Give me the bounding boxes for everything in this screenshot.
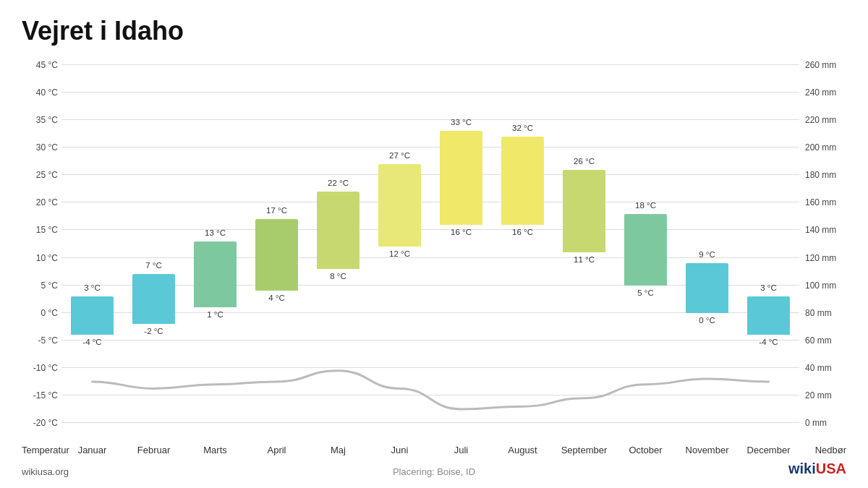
bar-high-label: 9 °C — [676, 250, 738, 259]
temp-bar — [440, 131, 483, 224]
bar-high-label: 33 °C — [430, 118, 492, 127]
y-label-right: 160 mm — [805, 197, 836, 207]
month-col: 17 °C4 °C — [246, 65, 307, 423]
temp-bar — [747, 296, 791, 335]
temp-bar — [501, 137, 545, 225]
y-label-left: 40 °C — [36, 87, 58, 98]
x-month-label: September — [553, 445, 615, 455]
bar-high-label: 3 °C — [61, 283, 123, 292]
y-label-left: -20 °C — [33, 418, 58, 428]
x-month-label: November — [676, 445, 738, 455]
bar-low-label: 12 °C — [369, 249, 430, 258]
bar-low-label: -4 °C — [738, 338, 799, 346]
y-label-left: -10 °C — [33, 363, 58, 373]
y-label-right: 20 mm — [805, 390, 832, 401]
month-col: 33 °C16 °C — [430, 65, 492, 423]
bar-low-label: 11 °C — [553, 255, 615, 264]
plot-area: 3 °C-4 °C7 °C-2 °C13 °C1 °C17 °C4 °C22 °… — [61, 65, 799, 423]
bar-high-label: 32 °C — [492, 124, 553, 132]
month-col: 26 °C11 °C — [553, 65, 615, 423]
x-month-label: Februar — [123, 445, 184, 455]
chart-area: 45 °C40 °C35 °C30 °C25 °C20 °C15 °C10 °C… — [22, 65, 846, 423]
y-label-right: 220 mm — [805, 115, 836, 125]
bar-high-label: 13 °C — [184, 228, 246, 237]
y-label-right: 80 mm — [805, 308, 832, 318]
temp-bar — [563, 170, 606, 252]
y-label-right: 180 mm — [805, 170, 836, 180]
y-label-right: 260 mm — [805, 60, 836, 70]
y-label-left: 20 °C — [36, 197, 58, 207]
bar-high-label: 3 °C — [738, 283, 799, 292]
y-label-right: 140 mm — [805, 225, 836, 235]
x-axis-label-right: Nedbør — [815, 445, 846, 455]
month-col: 7 °C-2 °C — [123, 65, 184, 423]
y-label-right: 0 mm — [805, 418, 827, 428]
bar-high-label: 7 °C — [123, 261, 184, 270]
month-col: 9 °C0 °C — [676, 65, 738, 423]
temp-bar — [71, 296, 114, 335]
bar-high-label: 17 °C — [246, 206, 307, 215]
x-month-label: Maj — [307, 445, 369, 455]
y-label-left: 5 °C — [41, 281, 58, 291]
bar-low-label: 8 °C — [307, 272, 369, 281]
y-label-left: 45 °C — [36, 60, 58, 70]
month-col: 18 °C5 °C — [615, 65, 676, 423]
month-col: 3 °C-4 °C — [61, 65, 123, 423]
bar-low-label: 1 °C — [184, 310, 246, 319]
temp-bar — [132, 274, 176, 324]
x-month-label: October — [615, 445, 676, 455]
bar-low-label: 0 °C — [676, 316, 738, 325]
page-title: Vejret i Idaho — [22, 16, 184, 46]
footer-center: Placering: Boise, ID — [393, 466, 475, 477]
x-axis: JanuarFebruarMartsAprilMajJuniJuliAugust… — [61, 445, 799, 455]
y-label-left: 0 °C — [41, 308, 58, 318]
x-month-label: August — [492, 445, 553, 455]
y-label-right: 60 mm — [805, 335, 832, 346]
y-label-right: 40 mm — [805, 363, 832, 373]
bar-low-label: 16 °C — [430, 228, 492, 236]
y-label-left: 25 °C — [36, 170, 58, 180]
bar-low-label: -4 °C — [61, 338, 123, 346]
y-axis-left: 45 °C40 °C35 °C30 °C25 °C20 °C15 °C10 °C… — [22, 65, 61, 423]
y-label-left: -15 °C — [33, 390, 58, 401]
y-label-left: 35 °C — [36, 115, 58, 125]
bar-low-label: 16 °C — [492, 228, 553, 236]
bar-low-label: 4 °C — [246, 294, 307, 302]
bar-high-label: 27 °C — [369, 151, 430, 160]
x-month-label: Marts — [184, 445, 246, 455]
month-col: 22 °C8 °C — [307, 65, 369, 423]
month-col: 3 °C-4 °C — [738, 65, 799, 423]
bar-high-label: 26 °C — [553, 157, 615, 166]
temp-bar — [255, 219, 299, 291]
y-label-right: 240 mm — [805, 87, 836, 98]
temp-bar — [624, 214, 668, 286]
month-col: 32 °C16 °C — [492, 65, 553, 423]
x-month-label: Juni — [369, 445, 430, 455]
y-label-right: 120 mm — [805, 253, 836, 263]
temp-bar — [194, 241, 237, 307]
y-label-left: -5 °C — [38, 335, 58, 346]
x-month-label: Juli — [430, 445, 492, 455]
temp-bar — [686, 263, 729, 313]
x-month-label: April — [246, 445, 307, 455]
footer-left: wikiusa.org — [22, 466, 69, 477]
y-label-right: 200 mm — [805, 142, 836, 153]
bar-low-label: -2 °C — [123, 327, 184, 335]
x-axis-label-left: Temperatur — [22, 445, 69, 455]
footer-right: wikiUSA — [788, 461, 846, 477]
temp-bar — [378, 164, 422, 247]
y-label-right: 100 mm — [805, 281, 836, 291]
x-month-label: December — [738, 445, 799, 455]
month-col: 27 °C12 °C — [369, 65, 430, 423]
y-axis-right: 260 mm240 mm220 mm200 mm180 mm160 mm140 … — [799, 65, 846, 423]
bar-low-label: 5 °C — [615, 288, 676, 297]
footer-wiki: wiki — [788, 461, 816, 476]
bar-high-label: 18 °C — [615, 201, 676, 210]
y-label-left: 30 °C — [36, 142, 58, 153]
bar-high-label: 22 °C — [307, 179, 369, 187]
month-col: 13 °C1 °C — [184, 65, 246, 423]
temp-bar — [317, 192, 360, 269]
footer-usa: USA — [816, 461, 846, 476]
y-label-left: 15 °C — [36, 225, 58, 235]
y-label-left: 10 °C — [36, 253, 58, 263]
